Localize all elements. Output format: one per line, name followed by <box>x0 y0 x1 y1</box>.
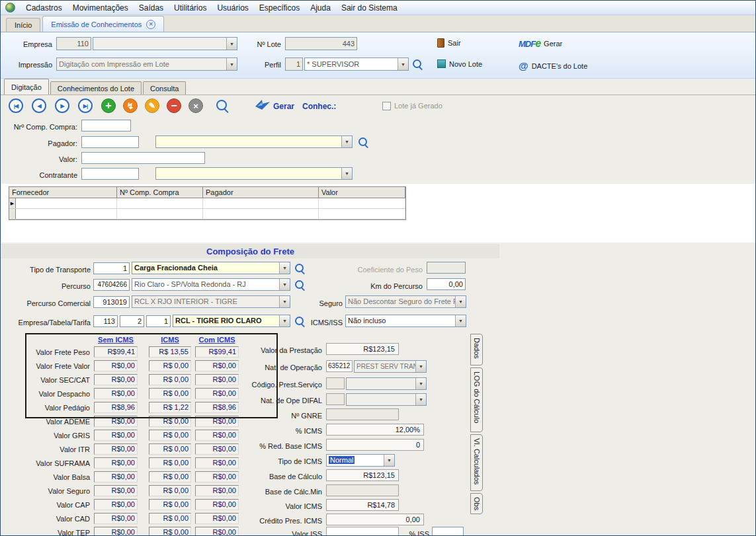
valor-icms-field[interactable]: R$ 0,00 <box>149 485 191 496</box>
novo-lote-button[interactable]: Novo Lote <box>437 59 482 68</box>
post-button[interactable] <box>123 98 138 113</box>
menu-item[interactable]: Cadastros <box>26 3 62 13</box>
valor-sem-icms-field[interactable]: R$0,00 <box>94 527 138 536</box>
grid-row-current[interactable] <box>9 198 405 209</box>
valor-sem-icms-field[interactable]: R$0,00 <box>94 485 138 496</box>
valor-com-icms-field[interactable]: R$0,00 <box>195 416 239 427</box>
tipo-icms-combo[interactable]: Normal <box>326 454 395 467</box>
close-tab-icon[interactable] <box>146 20 155 29</box>
pagador-combo[interactable] <box>155 135 353 148</box>
credito-pres-icms-field[interactable]: 0,00 <box>326 514 424 525</box>
contratante-combo[interactable] <box>155 167 353 180</box>
perc-icms-field[interactable]: 12,00% <box>326 424 424 436</box>
tabela-num-field[interactable]: 2 <box>120 315 144 327</box>
valor-com-icms-field[interactable]: R$0,00 <box>195 443 239 455</box>
valor-com-icms-field[interactable]: R$0,00 <box>195 388 239 399</box>
previous-record-button[interactable] <box>32 98 46 113</box>
valor-icms-field[interactable]: R$ 0,00 <box>149 416 191 427</box>
side-tab[interactable]: Vl. Calculados <box>470 434 483 491</box>
perc-iss-field[interactable] <box>432 527 464 536</box>
tab-digitacao[interactable]: Digitação <box>4 79 49 95</box>
delete-button[interactable] <box>167 98 181 113</box>
search-icon[interactable] <box>216 99 230 113</box>
icms-iss-combo[interactable]: Não incluso <box>345 315 466 327</box>
menu-item[interactable]: Utilitários <box>174 3 206 13</box>
valor-sem-icms-field[interactable]: R$0,00 <box>94 471 138 482</box>
valor-sem-icms-field[interactable]: R$8,96 <box>94 402 138 413</box>
valor-sem-icms-field[interactable]: R$0,00 <box>94 430 138 441</box>
empresa-num-field[interactable]: 113 <box>93 315 118 327</box>
valor-com-icms-field[interactable]: R$0,00 <box>195 527 239 536</box>
search-icon[interactable] <box>294 263 306 274</box>
valor-icms-field[interactable]: R$14,78 <box>326 499 399 511</box>
tab-conhecimentos-do-lote[interactable]: Conhecimentos do Lote <box>50 81 142 95</box>
valor-sem-icms-field[interactable]: R$0,00 <box>94 443 138 455</box>
tipo-transporte-combo[interactable]: Carga Fracionada Cheia <box>132 262 290 274</box>
valor-com-icms-field[interactable]: R$0,00 <box>195 374 239 385</box>
menu-item[interactable]: Ajuda <box>310 3 331 13</box>
mdfe-gerar-button[interactable]: MDFe Gerar <box>519 38 562 50</box>
valor-com-icms-field[interactable]: R$0,00 <box>195 430 239 441</box>
edit-button[interactable] <box>145 98 159 113</box>
menu-item[interactable]: Sair do Sistema <box>341 3 398 13</box>
valor-sem-icms-field[interactable]: R$0,00 <box>94 388 138 399</box>
valor-icms-field[interactable]: R$ 0,00 <box>149 430 191 441</box>
valor-icms-field[interactable]: R$ 0,00 <box>149 471 191 482</box>
valor-icms-field[interactable]: R$ 0,00 <box>149 388 191 399</box>
menu-item[interactable]: Movimentações <box>73 3 128 13</box>
nat-operacao-num-field[interactable]: 635212 <box>326 360 353 372</box>
tarifa-num-field[interactable]: 1 <box>146 315 171 327</box>
km-percurso-field[interactable]: 0,00 <box>427 278 466 290</box>
valor-icms-field[interactable]: R$ 0,00 <box>149 513 191 524</box>
valor-com-icms-field[interactable]: R$0,00 <box>195 513 239 524</box>
valor-icms-field[interactable]: R$ 0,00 <box>149 457 191 469</box>
valor-icms-field[interactable]: R$ 0,00 <box>149 360 191 371</box>
percurso-comercial-num-field[interactable]: 913019 <box>93 296 130 308</box>
first-record-button[interactable] <box>9 98 23 113</box>
perfil-combo[interactable]: * SUPERVISOR <box>304 57 409 71</box>
valor-sem-icms-field[interactable]: R$0,00 <box>94 416 138 427</box>
side-tab[interactable]: Obs <box>470 493 483 514</box>
valor-com-icms-field[interactable]: R$99,41 <box>195 346 239 358</box>
tipo-transporte-num-field[interactable]: 1 <box>93 262 130 274</box>
last-record-button[interactable] <box>78 98 93 113</box>
lote-ja-gerado-checkbox[interactable] <box>382 102 391 110</box>
tab-emissao-conhecimentos[interactable]: Emissão de Conhecimentos <box>42 16 164 32</box>
comp-compra-field[interactable] <box>81 120 131 132</box>
tarifa-combo[interactable]: RCL - TIGRE RIO CLARO <box>173 315 290 327</box>
side-tab[interactable]: LOG do Cálculo <box>470 367 483 432</box>
valor-com-icms-field[interactable]: R$0,00 <box>195 471 239 482</box>
valor-icms-field[interactable]: R$ 0,00 <box>149 527 191 536</box>
red-base-icms-field[interactable]: 0 <box>326 439 424 451</box>
prestacao-field[interactable]: R$123,15 <box>326 343 399 355</box>
valor-sem-icms-field[interactable]: R$0,00 <box>94 374 138 385</box>
side-tab[interactable]: Dados <box>470 334 483 365</box>
valor-com-icms-field[interactable]: R$8,96 <box>195 402 239 413</box>
valor-sem-icms-field[interactable]: R$0,00 <box>94 457 138 469</box>
valor-icms-field[interactable]: R$ 0,00 <box>149 374 191 385</box>
search-icon[interactable] <box>294 280 306 291</box>
base-calculo-field[interactable]: R$123,15 <box>326 469 399 481</box>
valor-sem-icms-field[interactable]: R$0,00 <box>94 360 138 371</box>
cancel-button[interactable] <box>189 98 203 113</box>
next-record-button[interactable] <box>55 98 69 113</box>
pagador-code-field[interactable] <box>81 136 139 148</box>
menu-item[interactable]: Saídas <box>139 3 163 13</box>
search-icon[interactable] <box>412 59 423 70</box>
valor-com-icms-field[interactable]: R$0,00 <box>195 457 239 469</box>
search-icon[interactable] <box>358 137 369 148</box>
contratante-code-field[interactable] <box>81 168 139 180</box>
valor-icms-field[interactable]: R$ 1,22 <box>149 402 191 413</box>
valor-icms-field[interactable]: R$ 0,00 <box>149 443 191 455</box>
tab-consulta[interactable]: Consulta <box>143 81 186 95</box>
valor-sem-icms-field[interactable]: R$0,00 <box>94 513 138 524</box>
valor-icms-field[interactable]: R$ 13,55 <box>149 346 191 358</box>
valor-iss-field[interactable] <box>326 527 399 536</box>
tab-inicio[interactable]: Início <box>6 18 40 32</box>
add-button[interactable] <box>101 98 116 113</box>
valor-icms-field[interactable]: R$ 0,00 <box>149 499 191 510</box>
percurso-num-field[interactable]: 47604266 <box>93 279 130 291</box>
gerar-button[interactable]: Gerar <box>273 102 294 111</box>
sair-button[interactable]: Sair <box>437 38 461 48</box>
menu-item[interactable]: Usuários <box>217 3 248 13</box>
